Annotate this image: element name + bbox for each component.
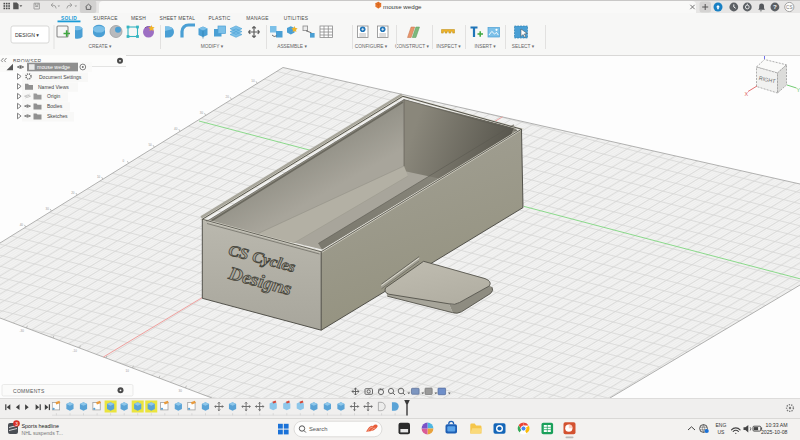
svg-text:10: 10 <box>97 175 101 179</box>
svg-text:MESH: MESH <box>131 16 146 21</box>
svg-text:30: 30 <box>179 389 183 393</box>
svg-text:Search: Search <box>309 426 327 432</box>
svg-text:50: 50 <box>148 143 152 147</box>
svg-text:30: 30 <box>200 111 204 115</box>
svg-text:40: 40 <box>174 127 178 131</box>
svg-text:US: US <box>718 429 726 435</box>
svg-text:10: 10 <box>251 79 255 83</box>
svg-text:mouse wedge: mouse wedge <box>37 64 70 70</box>
svg-text:Document Settings: Document Settings <box>39 74 82 80</box>
svg-text:Sports headline: Sports headline <box>22 423 59 429</box>
svg-text:MANAGE: MANAGE <box>246 16 269 21</box>
svg-text:-10: -10 <box>73 349 78 353</box>
svg-text:NHL suspends T...: NHL suspends T... <box>22 430 63 436</box>
svg-text:Named Views: Named Views <box>38 84 69 90</box>
svg-text:Y: Y <box>797 87 800 93</box>
svg-text:Origin: Origin <box>47 93 61 99</box>
svg-text:10: 10 <box>126 369 130 373</box>
svg-text:SURFACE: SURFACE <box>93 16 118 21</box>
svg-text:40: 40 <box>20 223 24 227</box>
svg-text:-30: -30 <box>20 329 25 333</box>
svg-text:20: 20 <box>226 95 230 99</box>
svg-text:ENG: ENG <box>716 422 727 428</box>
svg-text:COMMENTS: COMMENTS <box>13 388 45 394</box>
svg-text:Bodies: Bodies <box>47 103 63 109</box>
svg-text:20: 20 <box>71 191 75 195</box>
svg-text:30: 30 <box>46 207 50 211</box>
svg-text:CS: CS <box>786 5 792 10</box>
svg-text:10:33 AM: 10:33 AM <box>766 422 788 428</box>
svg-text:3: 3 <box>15 422 18 427</box>
svg-text:SOLID: SOLID <box>61 16 77 21</box>
svg-text:SHEET METAL: SHEET METAL <box>159 16 195 21</box>
svg-text:UTILITIES: UTILITIES <box>284 16 309 21</box>
svg-text:2025-10-08: 2025-10-08 <box>761 429 788 435</box>
svg-text:X: X <box>745 91 749 97</box>
svg-text:0: 0 <box>123 159 125 163</box>
svg-text:mouse wedge: mouse wedge <box>383 3 422 10</box>
svg-text:Sketches: Sketches <box>47 113 68 119</box>
svg-text:PLASTIC: PLASTIC <box>209 16 231 21</box>
svg-text:?: ? <box>773 3 777 10</box>
